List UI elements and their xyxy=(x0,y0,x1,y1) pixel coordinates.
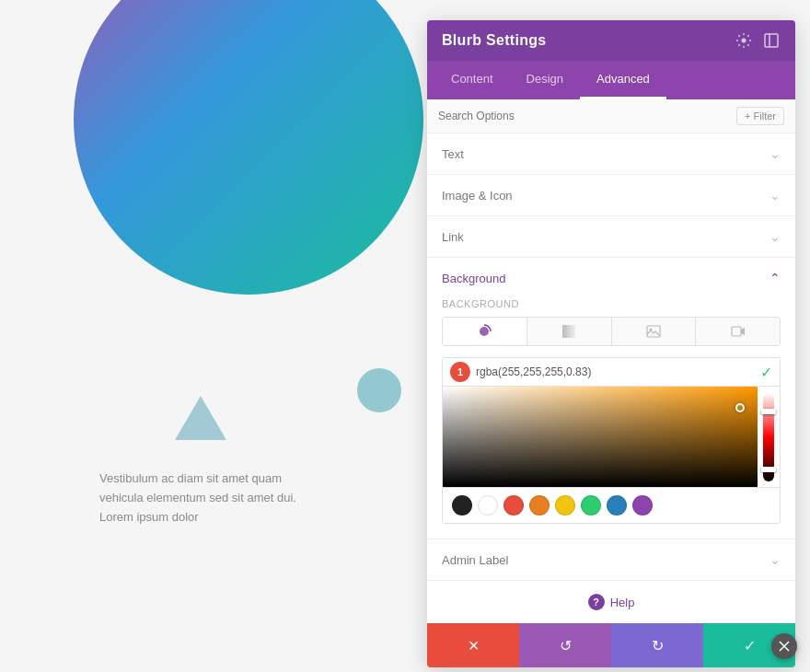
swatch-white[interactable] xyxy=(478,495,498,516)
cancel-button[interactable]: ✕ xyxy=(427,623,519,667)
redo-button[interactable]: ↻ xyxy=(611,623,703,667)
section-link-header[interactable]: Link ⌄ xyxy=(427,216,795,257)
chevron-down-icon: ⌄ xyxy=(770,229,781,244)
bg-type-gradient[interactable] xyxy=(527,318,612,345)
svg-rect-7 xyxy=(732,327,741,336)
tab-advanced[interactable]: Advanced xyxy=(580,61,666,99)
tab-design[interactable]: Design xyxy=(510,61,580,99)
expand-icon[interactable] xyxy=(762,31,781,50)
chevron-down-icon: ⌄ xyxy=(770,552,781,567)
color-confirm-icon[interactable]: ✓ xyxy=(760,364,772,381)
chevron-up-icon: ⌃ xyxy=(770,271,781,285)
hue-alpha-track[interactable] xyxy=(763,393,774,481)
panel-title: Blurb Settings xyxy=(442,32,547,49)
filter-label: + Filter xyxy=(745,110,776,122)
section-background-header[interactable]: Background ⌃ xyxy=(427,258,795,298)
panel-header: Blurb Settings xyxy=(427,20,795,61)
svg-point-3 xyxy=(480,327,489,336)
swatch-yellow[interactable] xyxy=(555,495,575,516)
corner-tool-icon[interactable] xyxy=(771,633,797,659)
section-image-label: Image & Icon xyxy=(442,189,513,203)
section-image-header[interactable]: Image & Icon ⌄ xyxy=(427,175,795,215)
panel-tabs: Content Design Advanced xyxy=(427,61,795,99)
hue-handle[interactable] xyxy=(761,409,776,414)
chevron-down-icon: ⌄ xyxy=(770,188,781,203)
search-bar: + Filter xyxy=(427,99,795,133)
bg-type-color[interactable] xyxy=(443,318,527,345)
color-picker: 1 ✓ xyxy=(442,357,781,524)
section-link-label: Link xyxy=(442,230,464,244)
panel-header-icons xyxy=(735,31,781,50)
section-link: Link ⌄ xyxy=(427,216,795,258)
reset-button[interactable]: ↺ xyxy=(519,623,611,667)
cancel-icon: ✕ xyxy=(468,637,480,655)
background-content: Background xyxy=(427,298,795,539)
filter-button[interactable]: + Filter xyxy=(736,107,784,125)
bg-type-video[interactable] xyxy=(696,318,780,345)
section-background-label: Background xyxy=(442,272,505,285)
color-input-row: 1 ✓ xyxy=(443,358,780,387)
svg-rect-5 xyxy=(647,326,660,337)
section-text-header[interactable]: Text ⌄ xyxy=(427,133,795,174)
color-value-input[interactable] xyxy=(476,365,755,378)
alpha-handle[interactable] xyxy=(761,467,776,472)
search-input[interactable] xyxy=(438,110,729,122)
chevron-down-icon: ⌄ xyxy=(770,146,781,161)
deco-triangle xyxy=(175,396,226,440)
help-section[interactable]: ? Help xyxy=(427,581,795,623)
section-text: Text ⌄ xyxy=(427,133,795,175)
section-admin-label: Admin Label ⌄ xyxy=(427,539,795,581)
section-image-icon: Image & Icon ⌄ xyxy=(427,175,795,216)
saturation-brightness-area[interactable] xyxy=(443,387,758,487)
bg-type-image[interactable] xyxy=(612,318,697,345)
svg-rect-1 xyxy=(765,34,778,47)
swatch-green[interactable] xyxy=(581,495,601,516)
save-icon: ✓ xyxy=(744,637,756,655)
section-admin-label: Admin Label xyxy=(442,553,508,567)
section-background: Background ⌃ Background xyxy=(427,258,795,539)
help-icon: ? xyxy=(588,594,605,610)
svg-point-0 xyxy=(742,39,746,43)
swatch-blue[interactable] xyxy=(607,495,627,516)
blurb-settings-panel: Blurb Settings Content Design Advanced xyxy=(427,20,795,667)
gradient-canvas[interactable] xyxy=(443,387,780,488)
slider-area xyxy=(758,387,780,487)
canvas-body-text: Vestibulum ac diam sit amet quam vehicul… xyxy=(99,469,296,527)
section-text-label: Text xyxy=(442,147,464,161)
color-swatches xyxy=(443,488,780,523)
deco-semicircle xyxy=(357,368,401,412)
section-admin-header[interactable]: Admin Label ⌄ xyxy=(427,539,795,580)
color-index-badge: 1 xyxy=(450,362,470,382)
help-label: Help xyxy=(610,596,635,609)
deco-circle xyxy=(74,0,423,295)
swatch-orange[interactable] xyxy=(529,495,550,516)
background-sublabel: Background xyxy=(442,298,781,309)
swatch-purple[interactable] xyxy=(632,495,653,516)
reset-icon: ↺ xyxy=(560,637,572,655)
panel-footer: ✕ ↺ ↻ ✓ xyxy=(427,623,795,667)
tab-content[interactable]: Content xyxy=(434,61,510,99)
svg-rect-4 xyxy=(562,325,575,338)
redo-icon: ↻ xyxy=(652,637,664,655)
swatch-black[interactable] xyxy=(452,495,472,516)
picker-indicator[interactable] xyxy=(735,403,745,412)
bg-type-tabs xyxy=(442,317,781,346)
settings-icon[interactable] xyxy=(735,31,753,50)
swatch-red[interactable] xyxy=(503,495,524,516)
